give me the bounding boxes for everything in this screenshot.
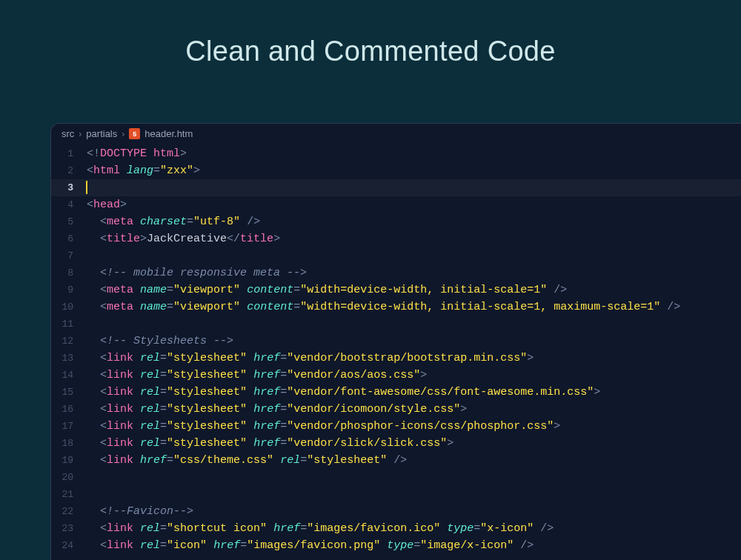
line-number: 10 (51, 299, 87, 316)
line-number: 17 (51, 418, 87, 435)
code-area[interactable]: 1<!DOCTYPE html>2<html lang="zxx">34<hea… (51, 144, 741, 554)
html-file-icon: 5 (129, 128, 140, 139)
code-line[interactable]: 3 (51, 179, 741, 196)
code-line[interactable]: 16 <link rel="stylesheet" href="vendor/i… (51, 401, 741, 418)
code-content[interactable]: <meta charset="utf-8" /> (87, 213, 741, 230)
line-number: 22 (51, 503, 87, 520)
code-line[interactable]: 18 <link rel="stylesheet" href="vendor/s… (51, 435, 741, 452)
line-number: 19 (51, 452, 87, 469)
code-content[interactable]: <link href="css/theme.css" rel="styleshe… (87, 452, 741, 469)
code-content[interactable]: <link rel="icon" href="images/favicon.pn… (87, 537, 741, 554)
code-line[interactable]: 6 <title>JackCreative</title> (51, 230, 741, 247)
code-content[interactable]: <link rel="stylesheet" href="vendor/phos… (87, 418, 741, 435)
line-number: 13 (51, 350, 87, 367)
breadcrumb-file[interactable]: header.htm (144, 128, 193, 139)
line-number: 3 (51, 179, 87, 196)
code-content[interactable]: <!DOCTYPE html> (87, 145, 741, 162)
line-number: 6 (51, 230, 87, 247)
code-editor[interactable]: src › partials › 5 header.htm 1<!DOCTYPE… (50, 123, 741, 560)
code-content[interactable]: <!-- Stylesheets --> (87, 333, 741, 350)
code-line[interactable]: 24 <link rel="icon" href="images/favicon… (51, 537, 741, 554)
line-number: 15 (51, 384, 87, 401)
line-number: 9 (51, 281, 87, 299)
line-number: 5 (51, 213, 87, 230)
code-line[interactable]: 12 <!-- Stylesheets --> (51, 333, 741, 350)
code-line[interactable]: 17 <link rel="stylesheet" href="vendor/p… (51, 418, 741, 435)
code-line[interactable]: 5 <meta charset="utf-8" /> (51, 213, 741, 230)
code-line[interactable]: 19 <link href="css/theme.css" rel="style… (51, 452, 741, 469)
code-content[interactable]: <link rel="stylesheet" href="vendor/font… (87, 384, 741, 401)
code-content[interactable] (87, 179, 741, 196)
code-line[interactable]: 20 (51, 469, 741, 486)
code-content[interactable]: <!--Favicon--> (87, 503, 741, 520)
code-line[interactable]: 23 <link rel="shortcut icon" href="image… (51, 520, 741, 537)
line-number: 16 (51, 401, 87, 418)
code-line[interactable]: 14 <link rel="stylesheet" href="vendor/a… (51, 367, 741, 384)
code-line[interactable]: 9 <meta name="viewport" content="width=d… (51, 281, 741, 299)
line-number: 14 (51, 367, 87, 384)
code-content[interactable]: <link rel="shortcut icon" href="images/f… (87, 520, 741, 537)
code-content[interactable]: <!-- mobile responsive meta --> (87, 264, 741, 281)
code-line[interactable]: 7 (51, 247, 741, 264)
line-number: 11 (51, 316, 87, 333)
line-number: 7 (51, 247, 87, 264)
code-content[interactable]: <meta name="viewport" content="width=dev… (87, 299, 741, 316)
code-content[interactable]: <link rel="stylesheet" href="vendor/slic… (87, 435, 741, 452)
line-number: 4 (51, 196, 87, 213)
code-line[interactable]: 22 <!--Favicon--> (51, 503, 741, 520)
code-line[interactable]: 8 <!-- mobile responsive meta --> (51, 264, 741, 281)
breadcrumb-seg-partials[interactable]: partials (86, 128, 117, 139)
line-number: 21 (51, 486, 87, 503)
chevron-right-icon: › (122, 129, 124, 139)
line-number: 18 (51, 435, 87, 452)
line-number: 24 (51, 537, 87, 554)
code-line[interactable]: 15 <link rel="stylesheet" href="vendor/f… (51, 384, 741, 401)
code-line[interactable]: 21 (51, 486, 741, 503)
code-content[interactable]: <link rel="stylesheet" href="vendor/aos/… (87, 367, 741, 384)
chevron-right-icon: › (79, 129, 82, 139)
line-number: 8 (51, 264, 87, 281)
line-number: 12 (51, 333, 87, 350)
code-content[interactable]: <meta name="viewport" content="width=dev… (87, 281, 741, 299)
line-number: 2 (51, 162, 87, 179)
breadcrumb[interactable]: src › partials › 5 header.htm (51, 124, 741, 144)
text-cursor (86, 181, 87, 194)
code-content[interactable]: <title>JackCreative</title> (87, 230, 741, 247)
line-number: 20 (51, 469, 87, 486)
code-line[interactable]: 2<html lang="zxx"> (51, 162, 741, 179)
line-number: 23 (51, 520, 87, 537)
code-content[interactable]: <html lang="zxx"> (87, 162, 741, 179)
line-number: 1 (51, 145, 87, 162)
code-line[interactable]: 1<!DOCTYPE html> (51, 145, 741, 162)
code-content[interactable]: <link rel="stylesheet" href="vendor/icom… (87, 401, 741, 418)
code-content[interactable]: <link rel="stylesheet" href="vendor/boot… (87, 350, 741, 367)
code-line[interactable]: 11 (51, 316, 741, 333)
code-line[interactable]: 10 <meta name="viewport" content="width=… (51, 299, 741, 316)
code-content[interactable]: <head> (87, 196, 741, 213)
breadcrumb-seg-src[interactable]: src (62, 128, 74, 139)
code-line[interactable]: 13 <link rel="stylesheet" href="vendor/b… (51, 350, 741, 367)
code-line[interactable]: 4<head> (51, 196, 741, 213)
page-title: Clean and Commented Code (0, 0, 741, 94)
